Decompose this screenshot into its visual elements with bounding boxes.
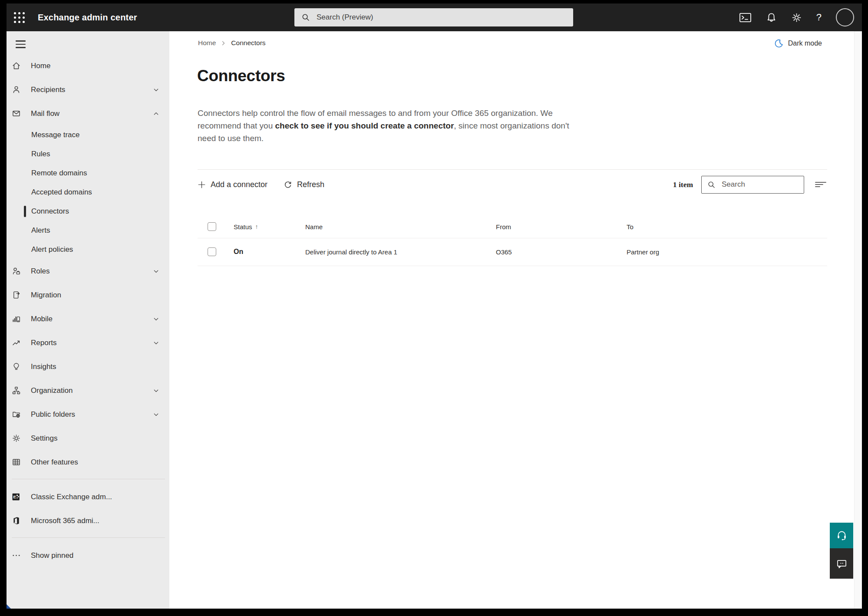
sidebar-item-migration[interactable]: Migration bbox=[7, 283, 169, 307]
sidebar-item-alerts[interactable]: Alerts bbox=[7, 221, 169, 240]
breadcrumb-chevron-icon bbox=[221, 40, 226, 46]
dark-mode-toggle[interactable]: Dark mode bbox=[774, 39, 822, 48]
connector-to: Partner org bbox=[627, 248, 827, 256]
terminal-icon bbox=[739, 12, 752, 23]
sidebar-item-recipients[interactable]: Recipients bbox=[7, 78, 169, 102]
waffle-icon bbox=[14, 12, 25, 23]
sidebar-item-label: Home bbox=[31, 62, 50, 70]
sidebar-item-microsoft-365-admin[interactable]: Microsoft 365 admi... bbox=[7, 509, 169, 533]
sidebar-item-organization[interactable]: Organization bbox=[7, 379, 169, 402]
dark-mode-label: Dark mode bbox=[788, 40, 822, 47]
page-description: Connectors help control the flow of emai… bbox=[198, 107, 574, 145]
sidebar-item-show-pinned[interactable]: Show pinned bbox=[7, 544, 169, 567]
app-title: Exchange admin center bbox=[38, 13, 137, 23]
moon-icon bbox=[774, 39, 784, 48]
gear-icon bbox=[12, 434, 21, 443]
chevron-down-icon bbox=[153, 339, 159, 346]
roles-icon bbox=[12, 267, 21, 276]
global-search-input[interactable] bbox=[316, 13, 535, 22]
svg-text:E: E bbox=[13, 494, 17, 499]
mobile-icon bbox=[12, 314, 21, 323]
sidebar-item-mail-flow[interactable]: Mail flow bbox=[7, 102, 169, 125]
exchange-logo-icon: E bbox=[12, 492, 21, 501]
column-header-name[interactable]: Name bbox=[305, 223, 496, 231]
help-button[interactable]: ? bbox=[816, 12, 822, 23]
sidebar-item-roles[interactable]: Roles bbox=[7, 259, 169, 283]
top-bar: Exchange admin center ? bbox=[7, 3, 862, 31]
sidebar-item-classic-exchange[interactable]: E Classic Exchange adm... bbox=[7, 485, 169, 509]
chevron-down-icon bbox=[153, 316, 159, 322]
sidebar-item-remote-domains[interactable]: Remote domains bbox=[7, 164, 169, 183]
sidebar-item-rules[interactable]: Rules bbox=[7, 145, 169, 164]
list-search-box[interactable] bbox=[701, 176, 804, 194]
add-connector-button[interactable]: Add a connector bbox=[198, 180, 267, 189]
main-content: Home Connectors Dark mode Connectors Con… bbox=[169, 31, 854, 609]
table-header-row: Status ↑ Name From To bbox=[198, 216, 827, 237]
sort-ascending-icon: ↑ bbox=[255, 223, 258, 230]
plus-icon bbox=[198, 181, 206, 189]
column-header-to[interactable]: To bbox=[627, 223, 827, 231]
sidebar-item-insights[interactable]: Insights bbox=[7, 355, 169, 379]
filter-sort-button[interactable] bbox=[814, 180, 827, 189]
headset-icon bbox=[836, 530, 848, 541]
column-header-status[interactable]: Status bbox=[234, 223, 252, 231]
lightbulb-icon bbox=[12, 362, 21, 371]
sidebar-item-other-features[interactable]: Other features bbox=[7, 450, 169, 474]
scrollbar-track[interactable] bbox=[854, 31, 862, 609]
create-connector-check-link[interactable]: check to see if you should create a conn… bbox=[275, 121, 454, 130]
chevron-down-icon bbox=[153, 86, 159, 93]
connector-status: On bbox=[234, 248, 243, 256]
filter-lines-icon bbox=[814, 180, 827, 189]
person-icon bbox=[12, 85, 21, 94]
app-launcher-button[interactable] bbox=[7, 3, 32, 31]
migration-icon bbox=[12, 290, 21, 300]
folder-globe-icon bbox=[12, 410, 21, 419]
bell-icon bbox=[766, 12, 777, 23]
sidebar-item-alert-policies[interactable]: Alert policies bbox=[7, 240, 169, 259]
notifications-button[interactable] bbox=[766, 12, 777, 23]
settings-button[interactable] bbox=[791, 12, 802, 23]
select-all-checkbox[interactable] bbox=[208, 222, 216, 231]
sidebar-divider bbox=[12, 479, 165, 479]
refresh-button[interactable]: Refresh bbox=[284, 180, 324, 189]
sidebar-item-connectors[interactable]: Connectors bbox=[7, 202, 169, 221]
page-title: Connectors bbox=[197, 67, 285, 85]
column-header-from[interactable]: From bbox=[496, 223, 627, 231]
search-icon bbox=[301, 13, 310, 22]
sidebar-nav: Home Recipients Mail flow Message trace … bbox=[7, 54, 169, 567]
powershell-terminal-button[interactable] bbox=[739, 12, 752, 23]
office-logo-icon bbox=[12, 516, 21, 525]
sidebar-item-mobile[interactable]: Mobile bbox=[7, 307, 169, 331]
ellipsis-icon bbox=[12, 551, 21, 560]
sidebar-item-label: Recipients bbox=[31, 86, 65, 94]
connector-name[interactable]: Deliver journal directly to Area 1 bbox=[305, 248, 496, 256]
sidebar-item-message-trace[interactable]: Message trace bbox=[7, 125, 169, 145]
table-row[interactable]: On Deliver journal directly to Area 1 O3… bbox=[198, 238, 827, 265]
sidebar-item-accepted-domains[interactable]: Accepted domains bbox=[7, 183, 169, 202]
row-checkbox[interactable] bbox=[208, 247, 216, 256]
breadcrumb-home-link[interactable]: Home bbox=[198, 39, 216, 47]
chevron-down-icon bbox=[153, 411, 159, 418]
chevron-down-icon bbox=[153, 387, 159, 394]
sidebar-item-settings[interactable]: Settings bbox=[7, 426, 169, 450]
table-grid-icon bbox=[12, 458, 21, 467]
account-avatar[interactable] bbox=[836, 8, 854, 26]
resize-corner-marker bbox=[7, 604, 11, 609]
chevron-down-icon bbox=[153, 268, 159, 274]
collapse-nav-button[interactable] bbox=[12, 36, 30, 52]
global-search-box[interactable] bbox=[294, 8, 573, 26]
chat-bubble-icon bbox=[836, 558, 848, 570]
envelope-icon bbox=[12, 109, 21, 118]
table-divider bbox=[198, 266, 827, 266]
chevron-up-icon bbox=[153, 110, 159, 117]
trend-chart-icon bbox=[12, 338, 21, 347]
feedback-button[interactable] bbox=[830, 548, 853, 579]
sidebar-item-reports[interactable]: Reports bbox=[7, 331, 169, 355]
sidebar-item-home[interactable]: Home bbox=[7, 54, 169, 78]
support-button[interactable] bbox=[830, 523, 853, 548]
sidebar-item-public-folders[interactable]: Public folders bbox=[7, 402, 169, 426]
list-search-input[interactable] bbox=[721, 180, 792, 189]
home-icon bbox=[12, 61, 21, 70]
search-icon bbox=[707, 181, 716, 189]
sidebar-item-label: Mail flow bbox=[31, 109, 59, 118]
